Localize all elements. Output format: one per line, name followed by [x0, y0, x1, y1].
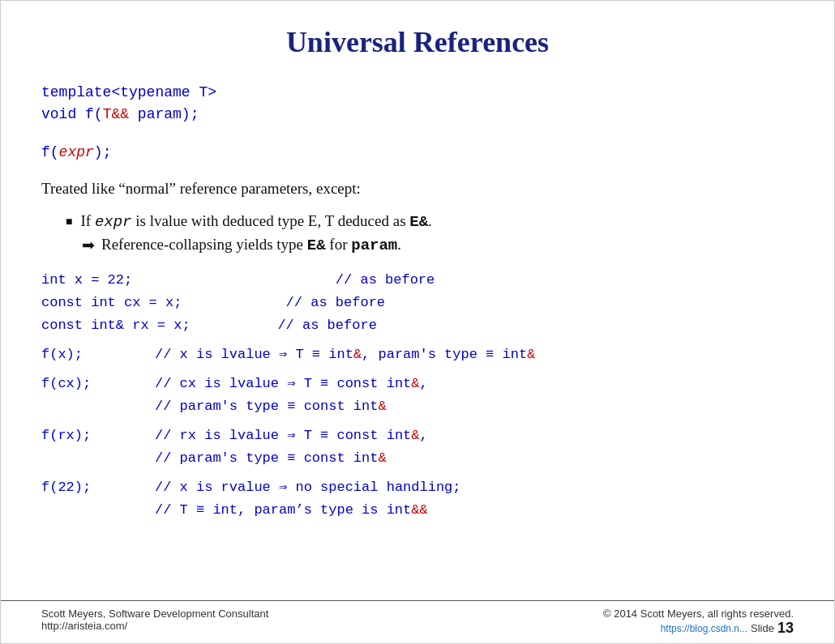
prose-text: Treated like “normal” reference paramete…	[41, 180, 794, 198]
code-const-cx: const int cx = x;	[41, 292, 220, 314]
code-void-suffix: param);	[129, 106, 199, 122]
bullet-text-1: If expr is lvalue with deduced type E, T…	[80, 212, 431, 231]
comment-frx-2: // param's type ≡ const int	[155, 447, 378, 470]
code-row-fcx-2: // param's type ≡ const int&	[41, 395, 794, 418]
bullet-marker-1: ■	[66, 215, 72, 228]
comment-frx-comma: ,	[420, 424, 428, 447]
code-section-frx: f(rx); // rx is lvalue ⇒ T ≡ const int&,…	[41, 424, 794, 470]
code-row-cx: const int cx = x; // as before	[41, 292, 794, 314]
footer-url: http://aristeia.com/	[41, 620, 268, 632]
code-section-f22: f(22); // x is rvalue ⇒ no special handl…	[41, 476, 794, 522]
comment-frx-2-red: &	[378, 447, 386, 470]
comment-fcx-1: // cx is lvalue ⇒ T ≡ const int	[155, 373, 411, 395]
slide-title: Universal References	[41, 25, 794, 59]
e-ref-bold: E&	[409, 213, 428, 231]
code-row-x: int x = 22; // as before	[41, 269, 794, 292]
fexpr-prefix: f(	[41, 144, 59, 160]
call-f22: f(22);	[41, 476, 155, 499]
code-t-ampamp: T&&	[103, 106, 129, 122]
code-const-rx: const int& rx = x;	[41, 314, 220, 337]
comment-frx-1: // rx is lvalue ⇒ T ≡ const int	[155, 424, 411, 447]
comment-f22-2-red: &&	[411, 499, 427, 522]
code-int-x: int x = 22;	[41, 269, 220, 292]
comment-f22-2: // T ≡ int, param’s type is int	[155, 499, 411, 522]
footer-slide-number: 13	[777, 620, 794, 637]
code-block-fexpr: f(expr);	[41, 142, 794, 164]
code-row-fx: f(x); // x is lvalue ⇒ T ≡ int&, param's…	[41, 343, 794, 366]
sub-bullet-1: ➡ Reference-collapsing yields type E& fo…	[82, 236, 794, 254]
comment-fcx-red: &	[411, 373, 419, 395]
bullet-section: ■ If expr is lvalue with deduced type E,…	[66, 212, 794, 254]
expr-italic: expr	[95, 213, 132, 231]
code-line-fexpr: f(expr);	[41, 142, 794, 164]
comment-frx-red: &	[411, 424, 419, 447]
comment-f22-1: // x is rvalue ⇒ no special handling;	[155, 476, 461, 499]
comment-rx: // as before	[220, 314, 377, 337]
code-row-f22: f(22); // x is rvalue ⇒ no special handl…	[41, 476, 794, 499]
comment-cx: // as before	[220, 292, 385, 314]
footer-copyright: © 2014 Scott Meyers, all rights reserved…	[603, 608, 794, 620]
code-row-rx: const int& rx = x; // as before	[41, 314, 794, 337]
slide: Universal References template<typename T…	[0, 0, 835, 644]
sub-bullet-text: Reference-collapsing yields type E& for …	[101, 236, 401, 254]
footer-author: Scott Meyers, Software Development Consu…	[41, 608, 268, 620]
code-void-prefix: void f(	[41, 106, 103, 122]
footer-slide-row: https://blog.csdn.n... Slide 13	[661, 620, 794, 637]
code-row-f22-2: // T ≡ int, param’s type is int&&	[41, 499, 794, 522]
comment-fcx-2: // param's type ≡ const int	[155, 395, 378, 418]
call-frx: f(rx);	[41, 424, 155, 447]
comment-fx-red: &	[353, 343, 362, 366]
code-section-vars: int x = 22; // as before const int cx = …	[41, 269, 794, 337]
call-fcx: f(cx);	[41, 373, 155, 395]
comment-fx-end-red: &	[527, 343, 535, 366]
bullet-item-1: ■ If expr is lvalue with deduced type E,…	[66, 212, 794, 231]
code-section-fcx: f(cx); // cx is lvalue ⇒ T ≡ const int&,…	[41, 373, 794, 418]
footer-slide-label: Slide	[751, 622, 774, 634]
comment-fcx-2-red: &	[378, 395, 386, 418]
fexpr-suffix: );	[94, 144, 112, 160]
code-row-fcx: f(cx); // cx is lvalue ⇒ T ≡ const int&,	[41, 373, 794, 395]
comment-fcx-comma: ,	[420, 373, 428, 395]
code-block-template: template<typename T> void f(T&& param);	[41, 82, 794, 126]
code-row-frx: f(rx); // rx is lvalue ⇒ T ≡ const int&,	[41, 424, 794, 447]
footer-left: Scott Meyers, Software Development Consu…	[41, 608, 268, 632]
param-mono: param	[351, 237, 397, 254]
call-fx: f(x);	[41, 343, 155, 366]
slide-footer: Scott Meyers, Software Development Consu…	[1, 600, 834, 643]
footer-watermark: https://blog.csdn.n...	[661, 623, 747, 634]
comment-fx: // x is lvalue ⇒ T ≡ int	[155, 343, 353, 366]
fexpr-expr: expr	[59, 144, 94, 160]
comment-x: // as before	[220, 269, 435, 292]
arrow-marker: ➡	[82, 236, 95, 254]
e-ref-bold-2: E&	[307, 237, 326, 254]
code-line-void: void f(T&& param);	[41, 104, 794, 126]
slide-content: Universal References template<typename T…	[1, 1, 834, 600]
code-section-fx: f(x); // x is lvalue ⇒ T ≡ int&, param's…	[41, 343, 794, 366]
comment-fx-end: , param's type ≡ int	[362, 343, 527, 366]
footer-right: © 2014 Scott Meyers, all rights reserved…	[603, 608, 794, 637]
code-row-frx-2: // param's type ≡ const int&	[41, 447, 794, 470]
code-line-template: template<typename T>	[41, 82, 794, 104]
